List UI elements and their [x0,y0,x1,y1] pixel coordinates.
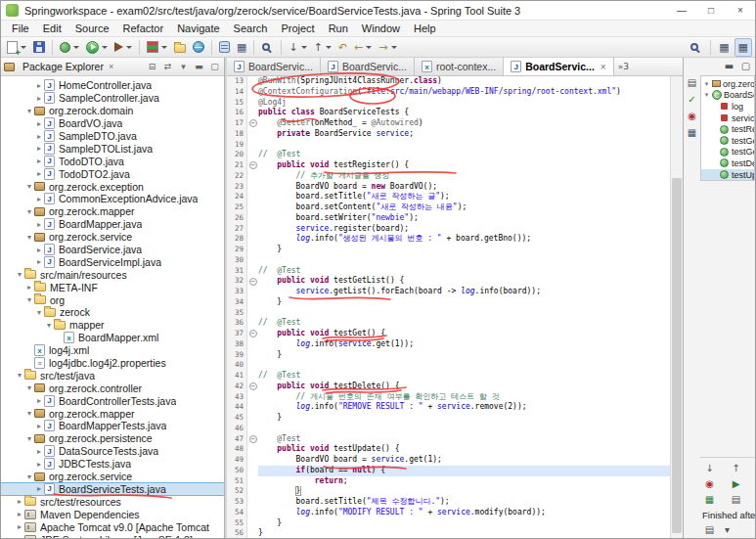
servers-view-icon[interactable]: ▦ [685,125,699,139]
code-text[interactable]: board.setTitle("새로 작성하는 글"); [258,192,670,202]
twistie-icon[interactable]: ▸ [34,246,44,254]
twistie-icon[interactable]: ▾ [24,383,34,392]
code-text[interactable]: return; [258,476,670,487]
code-text[interactable]: } [258,413,670,424]
tree-item-boardservicetests-java[interactable]: ▸JBoardServiceTests.java [1,483,224,496]
line-number[interactable]: 22 [227,171,247,182]
menu-item-window[interactable]: Window [355,21,407,37]
tree-item-boardmappertests-java[interactable]: ▸JBoardMapperTests.java [1,420,224,432]
rerun-test-icon[interactable]: ▶ [729,476,743,490]
close-view-icon[interactable]: × [109,62,113,71]
editor-tab-3[interactable]: xroot-contex... [415,58,504,75]
editor-tab-1[interactable]: JBoardServic... [227,58,321,75]
twistie-icon[interactable]: ▸ [34,257,44,266]
tree-item-mapper[interactable]: ▾mapper [1,319,224,332]
outline-item-boardservicetests[interactable]: ▾CBoardServiceTests [701,90,754,102]
line-number[interactable]: 13 [227,76,247,87]
line-number[interactable]: 30 [227,255,247,266]
tree-item-tododto-java[interactable]: ▸JTodoDTO.java [1,155,224,167]
javaee-perspective-button[interactable]: ▦ [734,38,752,57]
view-menu-icon[interactable]: ▾ [177,61,190,73]
tree-item-jdbctests-java[interactable]: ▸JJDBCTests.java [1,458,224,471]
code-text[interactable] [258,360,670,371]
previous-annotation-button[interactable]: ↑ [311,38,334,57]
code-text[interactable]: BoardVO board = service.get(1); [258,455,670,466]
line-number[interactable]: 25 [227,202,247,213]
line-number[interactable]: 21 [227,160,247,171]
code-text[interactable]: } [258,528,670,538]
minimize-view-icon[interactable]: ▬ [722,59,736,72]
line-number[interactable]: 31 [227,266,247,277]
minimize-button[interactable]: — [667,1,696,20]
twistie-icon[interactable]: ▸ [34,157,44,165]
tree-item-src-main-resources[interactable]: ▾src/main/resources [1,268,224,281]
tree-item-org-zerock-mapper[interactable]: ▾org.zerock.mapper [1,205,224,218]
twistie-icon[interactable]: ▸ [15,522,24,531]
tree-item-samplecontroller-java[interactable]: ▸JSampleController.java [1,92,224,105]
code-text[interactable]: @Test [258,434,670,445]
line-number[interactable]: 51 [227,476,247,487]
code-text[interactable]: @RunWith(SpringJUnit4ClassRunner.class) [258,76,670,87]
line-number[interactable]: 52 [227,486,247,497]
outline-item-testregister[interactable]: testRegister() [701,123,754,135]
tree-item-org-zerock-exception[interactable]: ▾org.zerock.exception [1,180,224,193]
twistie-icon[interactable]: ▸ [34,132,44,141]
save-button[interactable] [30,38,48,57]
tree-item-boardmapper-xml[interactable]: xBoardMapper.xml [1,332,224,344]
menu-item-project[interactable]: Project [274,21,321,37]
maximize-view-icon[interactable]: ▢ [738,59,753,72]
code-text[interactable]: } [258,297,670,308]
twistie-icon[interactable]: ▾ [24,107,34,115]
external-tools-button[interactable] [111,38,135,57]
minimize-view-icon[interactable]: ▬ [193,61,205,73]
line-number[interactable]: 42 [227,382,247,392]
coverage-button[interactable] [144,38,170,57]
twistie-icon[interactable]: ▾ [24,207,34,216]
twistie-icon[interactable]: ▸ [24,283,34,292]
twistie-icon[interactable]: ▾ [44,321,54,330]
twistie-icon[interactable]: ▾ [24,434,34,443]
tree-item-homecontroller-java[interactable]: ▸JHomeController.java [1,79,224,92]
database-button[interactable] [216,38,233,57]
line-number[interactable]: 37 [227,329,247,339]
tree-item-sampledtolist-java[interactable]: ▸JSampleDTOList.java [1,142,224,155]
line-number[interactable]: 24 [227,192,247,202]
menu-item-search[interactable]: Search [227,21,275,37]
code-text[interactable]: // @Test [258,150,670,160]
link-with-editor-icon[interactable]: ⇄ [161,61,174,73]
twistie-icon[interactable]: ▸ [34,460,44,469]
tree-item-maven-dependencies[interactable]: ▸Maven Dependencies [1,508,224,520]
twistie-icon[interactable]: ▸ [34,195,44,203]
tab-overflow-indicator[interactable]: »3 [614,58,633,75]
line-number[interactable]: 29 [227,245,247,255]
twistie-icon[interactable]: ▾ [24,233,34,242]
line-number[interactable]: 33 [227,287,247,297]
next-failure-icon[interactable]: ↓ [702,461,717,474]
code-text[interactable] [258,140,670,151]
tree-item-sampledto-java[interactable]: ▸JSampleDTO.java [1,130,224,143]
tree-item-org-zerock-mapper[interactable]: ▾org.zerock.mapper [1,407,224,420]
fold-marker-icon[interactable]: − [249,382,257,390]
code-text[interactable]: public void testDelete() { [258,382,670,392]
code-text[interactable]: private BoardService service; [258,129,670,140]
tree-item-org-zerock-service[interactable]: ▾org.zerock.service [1,231,224,244]
test-success-icon[interactable]: ▦ [702,492,717,506]
server-button[interactable]: ▦ [234,38,249,57]
menu-item-run[interactable]: Run [322,21,355,37]
tree-item-log4j-xml[interactable]: xlog4j.xml [1,344,224,357]
line-number[interactable]: 56 [227,528,247,538]
line-number[interactable]: 23 [227,182,247,193]
collapse-all-icon[interactable]: ⊟ [146,61,158,73]
code-text[interactable]: } [258,350,670,361]
line-number[interactable]: 16 [227,108,247,118]
tree-item-jre-system-library-javase-1-8[interactable]: ▸JRE System Library [JavaSE-1.8] [1,533,224,538]
previous-failure-icon[interactable]: ↑ [729,461,743,474]
line-number[interactable]: 48 [227,444,247,455]
new-java-project-button[interactable] [171,38,189,57]
menu-item-file[interactable]: File [5,21,36,37]
twistie-icon[interactable]: ▾ [34,308,44,317]
line-number[interactable]: 47 [227,434,247,445]
task-list-view-icon[interactable]: ✓ [685,92,699,106]
tree-item-org-zerock-persistence[interactable]: ▾org.zerock.persistence [1,432,224,445]
twistie-icon[interactable]: ▸ [34,81,44,90]
